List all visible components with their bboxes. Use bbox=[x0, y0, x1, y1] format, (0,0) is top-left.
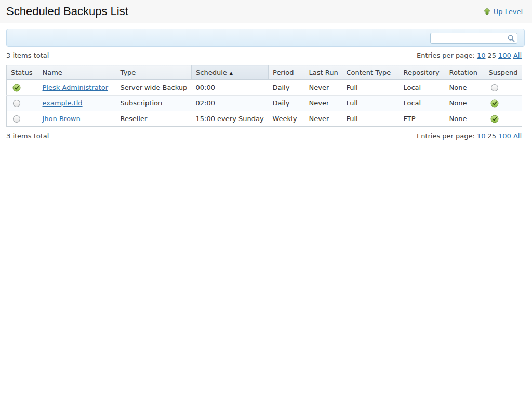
last-run-cell: Never bbox=[305, 111, 342, 127]
status-active-icon bbox=[12, 84, 34, 92]
entries-per-page-10[interactable]: 10 bbox=[477, 51, 486, 59]
suspend-cell bbox=[485, 111, 522, 127]
type-cell: Subscription bbox=[116, 96, 192, 111]
status-cell bbox=[7, 96, 38, 111]
entries-per-page-25: 25 bbox=[488, 132, 497, 140]
period-cell: Weekly bbox=[269, 111, 305, 127]
up-level[interactable]: Up Level bbox=[483, 8, 523, 16]
entries-per-page-25: 25 bbox=[488, 51, 497, 59]
suspend-cell bbox=[485, 80, 522, 96]
backup-name-link[interactable]: Plesk Administrator bbox=[43, 84, 109, 91]
items-total: 3 items total bbox=[6, 51, 49, 59]
last-run-cell: Never bbox=[305, 80, 342, 96]
entries-per-page: Entries per page:1025100All bbox=[417, 51, 522, 59]
table-row: Plesk Administrator Server-wide Backup 0… bbox=[7, 80, 522, 96]
col-header-schedule[interactable]: Schedule▲ bbox=[192, 65, 269, 80]
suspend-checked-icon[interactable] bbox=[490, 99, 518, 108]
suspend-checked-icon[interactable] bbox=[490, 115, 518, 123]
backups-table-wrap: Status Name Type Schedule▲ Period Last R… bbox=[6, 65, 522, 127]
entries-per-page-all[interactable]: All bbox=[513, 51, 522, 59]
name-cell: Jhon Brown bbox=[38, 111, 116, 127]
status-cell bbox=[7, 111, 38, 127]
schedule-cell: 02:00 bbox=[192, 96, 269, 111]
col-header-suspend[interactable]: Suspend bbox=[485, 65, 522, 80]
rotation-cell: None bbox=[445, 96, 485, 111]
repository-cell: Local bbox=[400, 96, 445, 111]
rotation-cell: None bbox=[445, 80, 485, 96]
schedule-cell: 00:00 bbox=[192, 80, 269, 96]
sort-ascending-icon: ▲ bbox=[230, 71, 233, 75]
col-header-period[interactable]: Period bbox=[269, 65, 305, 80]
content-type-cell: Full bbox=[342, 96, 400, 111]
toolbar bbox=[6, 29, 525, 47]
entries-per-page-all[interactable]: All bbox=[513, 132, 522, 140]
search-box bbox=[430, 33, 517, 44]
col-header-name[interactable]: Name bbox=[38, 65, 116, 80]
repository-cell: Local bbox=[400, 80, 445, 96]
items-total: 3 items total bbox=[6, 132, 49, 140]
up-level-icon bbox=[483, 8, 491, 16]
content-type-cell: Full bbox=[342, 80, 400, 96]
col-header-type[interactable]: Type bbox=[116, 65, 192, 80]
entries-per-page-10[interactable]: 10 bbox=[477, 132, 486, 140]
col-header-last-run[interactable]: Last Run bbox=[305, 65, 342, 80]
entries-per-page: Entries per page:1025100All bbox=[417, 132, 522, 140]
page-header: Scheduled Backups List Up Level bbox=[0, 0, 532, 23]
status-inactive-icon bbox=[12, 99, 34, 108]
content-type-cell: Full bbox=[342, 111, 400, 127]
table-row: Jhon Brown Reseller 15:00 every Sunday W… bbox=[7, 111, 522, 127]
backups-table: Status Name Type Schedule▲ Period Last R… bbox=[6, 65, 522, 127]
table-header-row: Status Name Type Schedule▲ Period Last R… bbox=[7, 65, 522, 80]
entries-per-page-100[interactable]: 100 bbox=[498, 51, 511, 59]
schedule-cell: 15:00 every Sunday bbox=[192, 111, 269, 127]
status-inactive-icon bbox=[12, 115, 34, 123]
suspend-unchecked-icon[interactable] bbox=[490, 84, 518, 92]
period-cell: Daily bbox=[269, 96, 305, 111]
suspend-cell bbox=[485, 96, 522, 111]
entries-per-page-label: Entries per page: bbox=[417, 132, 475, 140]
repository-cell: FTP bbox=[400, 111, 445, 127]
backup-name-link[interactable]: Jhon Brown bbox=[43, 115, 81, 123]
backup-name-link[interactable]: example.tld bbox=[43, 99, 83, 107]
col-header-rotation[interactable]: Rotation bbox=[445, 65, 485, 80]
type-cell: Server-wide Backup bbox=[116, 80, 192, 96]
list-meta-bottom: 3 items total Entries per page:1025100Al… bbox=[6, 132, 522, 140]
table-row: example.tld Subscription 02:00 Daily Nev… bbox=[7, 96, 522, 111]
last-run-cell: Never bbox=[305, 96, 342, 111]
col-header-content-type[interactable]: Content Type bbox=[342, 65, 400, 80]
page-title: Scheduled Backups List bbox=[6, 5, 128, 18]
type-cell: Reseller bbox=[116, 111, 192, 127]
col-header-repository[interactable]: Repository bbox=[400, 65, 445, 80]
entries-per-page-label: Entries per page: bbox=[417, 51, 475, 59]
period-cell: Daily bbox=[269, 80, 305, 96]
name-cell: Plesk Administrator bbox=[38, 80, 116, 96]
rotation-cell: None bbox=[445, 111, 485, 127]
col-header-status[interactable]: Status bbox=[7, 65, 38, 80]
search-input[interactable] bbox=[430, 33, 517, 44]
list-meta-top: 3 items total Entries per page:1025100Al… bbox=[6, 51, 522, 59]
status-cell bbox=[7, 80, 38, 96]
up-level-link[interactable]: Up Level bbox=[494, 8, 523, 16]
entries-per-page-100[interactable]: 100 bbox=[498, 132, 511, 140]
name-cell: example.tld bbox=[38, 96, 116, 111]
